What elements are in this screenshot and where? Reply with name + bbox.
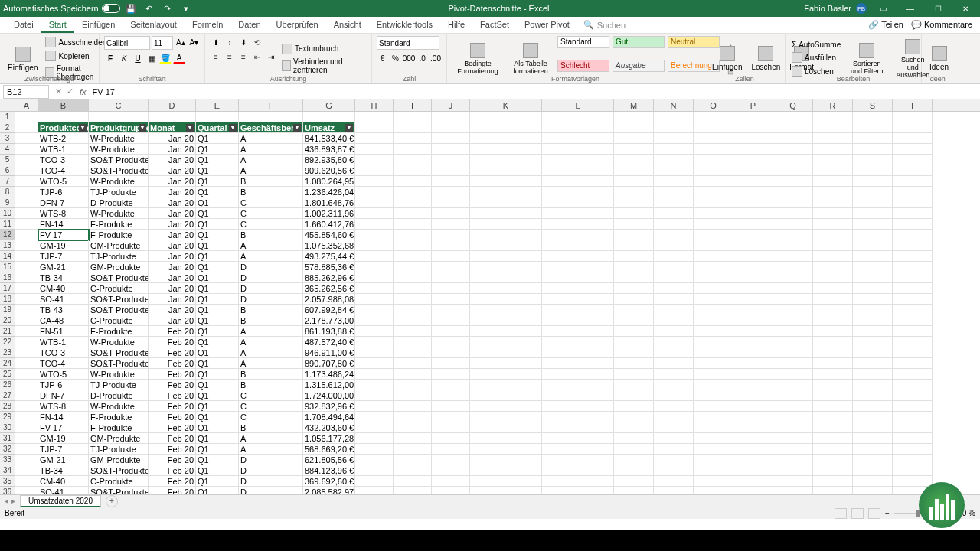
cell[interactable] xyxy=(893,347,933,358)
cell[interactable] xyxy=(394,337,432,347)
cell[interactable]: TCO-3 xyxy=(38,347,89,358)
cell[interactable]: A xyxy=(239,347,303,358)
cell[interactable] xyxy=(773,390,813,401)
tab-überprüfen[interactable]: Überprüfen xyxy=(269,18,326,33)
cell[interactable] xyxy=(654,380,694,390)
cell[interactable]: F-Produkte xyxy=(89,326,149,337)
cell[interactable] xyxy=(355,112,394,122)
cell[interactable] xyxy=(853,133,893,144)
cell[interactable] xyxy=(773,122,813,133)
cell[interactable]: Produktcode xyxy=(38,122,89,133)
cell[interactable]: 885.262,96 € xyxy=(303,272,355,283)
cell[interactable] xyxy=(654,412,694,422)
cell[interactable]: 578.885,36 € xyxy=(303,262,355,272)
cell[interactable] xyxy=(614,487,654,494)
cell[interactable]: SO&T-Produkte xyxy=(89,347,149,358)
cell[interactable] xyxy=(470,476,542,487)
cell[interactable] xyxy=(394,197,432,208)
cell[interactable] xyxy=(614,369,654,380)
cell[interactable] xyxy=(733,122,773,133)
cell[interactable]: Q1 xyxy=(196,251,239,262)
cell[interactable] xyxy=(355,390,394,401)
cell[interactable]: 432.203,60 € xyxy=(303,422,355,433)
cell[interactable] xyxy=(733,240,773,251)
cell[interactable]: Feb 20 xyxy=(149,422,196,433)
cell[interactable] xyxy=(694,251,733,262)
cell[interactable]: Feb 20 xyxy=(149,390,196,401)
cell[interactable]: 2.178.773,00 € xyxy=(303,315,355,326)
cell[interactable] xyxy=(614,380,654,390)
align-right-icon[interactable]: ≡ xyxy=(237,51,250,63)
cell[interactable] xyxy=(542,176,614,187)
cell[interactable] xyxy=(470,122,542,133)
cell[interactable] xyxy=(542,133,614,144)
cell[interactable]: Jan 20 xyxy=(149,315,196,326)
cell[interactable] xyxy=(15,165,38,176)
cell[interactable]: 892.935,80 € xyxy=(303,155,355,165)
cell[interactable] xyxy=(694,455,733,465)
cell[interactable] xyxy=(542,315,614,326)
cell[interactable] xyxy=(394,487,432,494)
cell[interactable]: 884.123,96 € xyxy=(303,465,355,476)
cell[interactable] xyxy=(733,283,773,294)
cell[interactable]: 568.669,20 € xyxy=(303,444,355,455)
percent-icon[interactable]: % xyxy=(390,52,401,64)
cell[interactable] xyxy=(470,251,542,262)
cell[interactable] xyxy=(773,444,813,455)
cell[interactable] xyxy=(654,337,694,347)
cell[interactable] xyxy=(432,347,470,358)
cell[interactable] xyxy=(853,294,893,305)
cell[interactable] xyxy=(15,337,38,347)
row-header[interactable]: 15 xyxy=(0,262,15,272)
cell[interactable] xyxy=(853,476,893,487)
cell[interactable] xyxy=(773,262,813,272)
cell[interactable] xyxy=(893,433,933,444)
cell[interactable]: Q1 xyxy=(196,315,239,326)
autosum-button[interactable]: ΣAutoSumme xyxy=(790,40,842,50)
cell[interactable] xyxy=(432,412,470,422)
normal-view-icon[interactable] xyxy=(835,508,847,519)
page-layout-view-icon[interactable] xyxy=(851,508,864,519)
cell[interactable] xyxy=(542,444,614,455)
cell[interactable]: 1.708.494,64 € xyxy=(303,412,355,422)
cell[interactable]: 1.315.612,00 € xyxy=(303,380,355,390)
cell[interactable]: 621.805,56 € xyxy=(303,455,355,465)
cell[interactable]: Q1 xyxy=(196,487,239,494)
cell[interactable]: Jan 20 xyxy=(149,251,196,262)
cell[interactable] xyxy=(773,144,813,155)
cell[interactable]: Jan 20 xyxy=(149,144,196,155)
undo-icon[interactable]: ↶ xyxy=(142,1,157,16)
cell[interactable]: W-Produkte xyxy=(89,401,149,412)
cell[interactable]: A xyxy=(239,144,303,155)
cell[interactable]: F-Produkte xyxy=(89,422,149,433)
cell[interactable] xyxy=(394,305,432,315)
cell[interactable] xyxy=(15,476,38,487)
cell[interactable] xyxy=(654,219,694,230)
cell[interactable] xyxy=(654,433,694,444)
cell[interactable] xyxy=(773,337,813,347)
cell[interactable] xyxy=(542,272,614,283)
cell[interactable]: Umsatz xyxy=(303,122,355,133)
row-header[interactable]: 32 xyxy=(0,444,15,455)
cell[interactable]: A xyxy=(239,133,303,144)
cell[interactable] xyxy=(893,144,933,155)
cell[interactable] xyxy=(15,369,38,380)
cell[interactable] xyxy=(432,315,470,326)
row-header[interactable]: 21 xyxy=(0,326,15,337)
cell[interactable] xyxy=(853,337,893,347)
comments-button[interactable]: 💬 Kommentare xyxy=(911,20,972,30)
cell[interactable] xyxy=(654,230,694,240)
cell[interactable] xyxy=(654,347,694,358)
cell[interactable] xyxy=(15,294,38,305)
cell[interactable] xyxy=(733,165,773,176)
cell[interactable] xyxy=(394,112,432,122)
cell[interactable] xyxy=(355,219,394,230)
cell[interactable]: TB-43 xyxy=(38,305,89,315)
cell[interactable] xyxy=(394,230,432,240)
cell[interactable]: TJP-6 xyxy=(38,380,89,390)
cell[interactable]: Feb 20 xyxy=(149,401,196,412)
cell[interactable]: Q1 xyxy=(196,294,239,305)
cell[interactable] xyxy=(733,465,773,476)
cell[interactable] xyxy=(694,369,733,380)
cell[interactable] xyxy=(773,176,813,187)
